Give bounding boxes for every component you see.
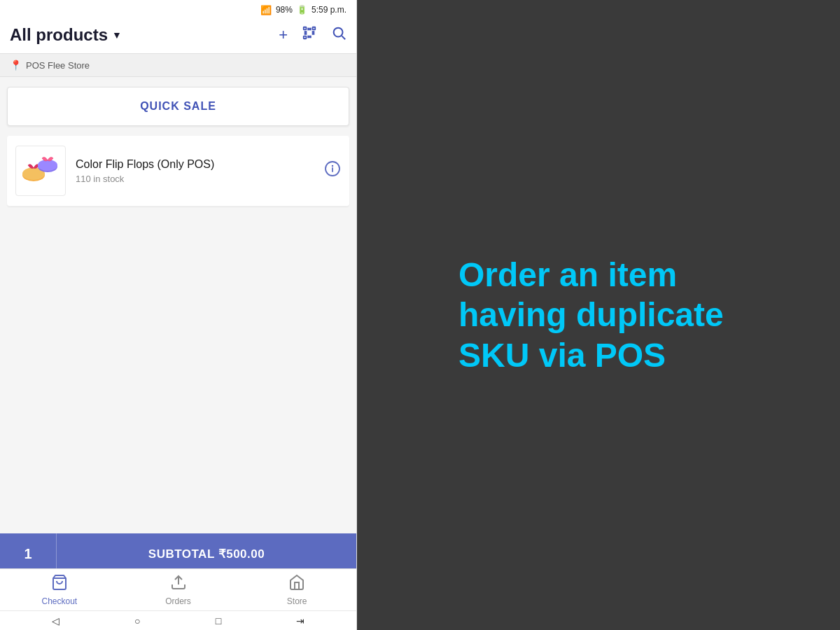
store-label: Store	[287, 596, 307, 606]
header-actions: +	[279, 25, 346, 45]
product-name: Color Flip Flops (Only POS)	[76, 158, 314, 171]
svg-point-15	[334, 28, 343, 37]
product-stock: 110 in stock	[76, 174, 314, 184]
pin-icon: 📍	[10, 59, 22, 71]
product-info-icon[interactable]	[324, 160, 341, 181]
checkout-label: Checkout	[41, 596, 77, 606]
home-button[interactable]: ○	[134, 615, 140, 626]
status-bar: 📶 98% 🔋 5:59 p.m.	[0, 0, 356, 20]
dark-panel: Order an item having duplicate SKU via P…	[357, 0, 840, 630]
nav-checkout[interactable]: Checkout	[0, 570, 119, 610]
product-image	[15, 146, 66, 196]
store-bar: 📍 POS Flee Store	[0, 54, 356, 77]
search-icon[interactable]	[331, 25, 346, 45]
share-button[interactable]: ⇥	[296, 615, 304, 626]
quick-sale-button[interactable]: QUICK SALE	[7, 87, 349, 126]
bottom-nav: Checkout Orders Store	[0, 568, 356, 610]
store-name: POS Flee Store	[26, 60, 90, 71]
orders-icon	[170, 574, 187, 595]
svg-point-20	[38, 160, 57, 171]
status-time: 5:59 p.m.	[312, 5, 346, 15]
mobile-panel: 📶 98% 🔋 5:59 p.m. All products ▼ +	[0, 0, 357, 630]
product-item[interactable]: Color Flip Flops (Only POS) 110 in stock	[7, 136, 349, 206]
product-info: Color Flip Flops (Only POS) 110 in stock	[76, 158, 314, 184]
back-button[interactable]: ◁	[52, 615, 59, 626]
svg-rect-2	[304, 36, 307, 39]
promo-text: Order an item having duplicate SKU via P…	[458, 255, 738, 376]
app-header: All products ▼ +	[0, 20, 356, 54]
quick-sale-label: QUICK SALE	[140, 100, 216, 112]
android-nav-bar: ◁ ○ □ ⇥	[0, 610, 356, 630]
orders-label: Orders	[165, 596, 191, 606]
battery-icon: 🔋	[297, 5, 307, 15]
recent-button[interactable]: □	[216, 615, 221, 626]
checkout-icon	[51, 574, 68, 595]
add-button[interactable]: +	[279, 26, 288, 44]
svg-rect-0	[304, 27, 307, 30]
dropdown-arrow-icon[interactable]: ▼	[112, 29, 122, 41]
store-icon	[288, 574, 305, 595]
battery-percent: 98%	[276, 5, 293, 15]
nav-orders[interactable]: Orders	[119, 570, 238, 610]
nav-store[interactable]: Store	[237, 570, 356, 610]
signal-icon: 📶	[260, 5, 272, 15]
svg-line-16	[342, 36, 345, 39]
svg-rect-1	[313, 27, 316, 30]
header-title-group[interactable]: All products ▼	[10, 25, 122, 45]
barcode-scan-icon[interactable]	[302, 25, 317, 45]
page-title: All products	[10, 25, 108, 45]
